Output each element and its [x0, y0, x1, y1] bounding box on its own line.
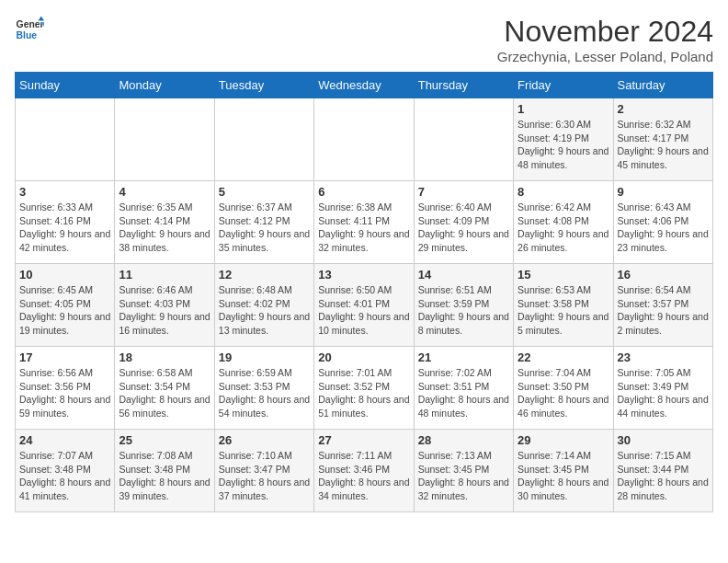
day-number: 6	[318, 185, 409, 199]
day-info: Sunrise: 6:42 AM Sunset: 4:08 PM Dayligh…	[518, 201, 609, 255]
day-number: 20	[318, 350, 409, 364]
day-info: Sunrise: 6:40 AM Sunset: 4:09 PM Dayligh…	[418, 201, 509, 255]
day-number: 26	[219, 433, 310, 447]
day-info: Sunrise: 7:14 AM Sunset: 3:45 PM Dayligh…	[518, 449, 609, 503]
calendar-cell: 18Sunrise: 6:58 AM Sunset: 3:54 PM Dayli…	[115, 347, 214, 430]
day-number: 30	[618, 433, 709, 447]
weekday-header-saturday: Saturday	[613, 73, 712, 98]
weekday-header-sunday: Sunday	[16, 73, 115, 98]
day-number: 10	[19, 268, 110, 282]
day-number: 14	[418, 268, 509, 282]
day-number: 17	[19, 350, 110, 364]
calendar-cell	[16, 98, 115, 181]
day-info: Sunrise: 7:04 AM Sunset: 3:50 PM Dayligh…	[518, 366, 609, 420]
calendar-cell: 9Sunrise: 6:43 AM Sunset: 4:06 PM Daylig…	[613, 181, 712, 264]
day-number: 13	[318, 268, 409, 282]
day-number: 23	[618, 350, 709, 364]
day-number: 29	[518, 433, 609, 447]
day-number: 16	[618, 268, 709, 282]
weekday-header-tuesday: Tuesday	[214, 73, 313, 98]
calendar-cell	[314, 98, 414, 181]
week-row-1: 1Sunrise: 6:30 AM Sunset: 4:19 PM Daylig…	[16, 98, 713, 181]
calendar-cell: 19Sunrise: 6:59 AM Sunset: 3:53 PM Dayli…	[214, 347, 313, 430]
day-info: Sunrise: 6:54 AM Sunset: 3:57 PM Dayligh…	[618, 283, 709, 338]
day-info: Sunrise: 6:50 AM Sunset: 4:01 PM Dayligh…	[318, 283, 409, 338]
calendar-cell: 26Sunrise: 7:10 AM Sunset: 3:47 PM Dayli…	[214, 430, 313, 512]
day-info: Sunrise: 6:37 AM Sunset: 4:12 PM Dayligh…	[219, 201, 310, 255]
calendar-cell: 25Sunrise: 7:08 AM Sunset: 3:48 PM Dayli…	[115, 430, 214, 512]
day-info: Sunrise: 6:59 AM Sunset: 3:53 PM Dayligh…	[219, 366, 310, 420]
calendar-cell: 1Sunrise: 6:30 AM Sunset: 4:19 PM Daylig…	[514, 98, 613, 181]
calendar-cell: 24Sunrise: 7:07 AM Sunset: 3:48 PM Dayli…	[16, 430, 115, 512]
calendar-cell: 5Sunrise: 6:37 AM Sunset: 4:12 PM Daylig…	[214, 181, 313, 264]
weekday-header-friday: Friday	[514, 73, 613, 98]
calendar-cell: 30Sunrise: 7:15 AM Sunset: 3:44 PM Dayli…	[613, 430, 712, 512]
day-info: Sunrise: 7:07 AM Sunset: 3:48 PM Dayligh…	[19, 449, 110, 503]
day-number: 5	[219, 185, 310, 199]
day-number: 2	[618, 102, 709, 116]
weekday-header-thursday: Thursday	[414, 73, 513, 98]
day-info: Sunrise: 7:01 AM Sunset: 3:52 PM Dayligh…	[318, 366, 409, 420]
week-row-2: 3Sunrise: 6:33 AM Sunset: 4:16 PM Daylig…	[16, 181, 713, 264]
month-title: November 2024	[497, 15, 713, 49]
day-info: Sunrise: 6:46 AM Sunset: 4:03 PM Dayligh…	[119, 283, 210, 338]
calendar-cell: 10Sunrise: 6:45 AM Sunset: 4:05 PM Dayli…	[16, 264, 115, 347]
calendar-cell: 3Sunrise: 6:33 AM Sunset: 4:16 PM Daylig…	[16, 181, 115, 264]
day-info: Sunrise: 6:35 AM Sunset: 4:14 PM Dayligh…	[119, 201, 210, 255]
day-number: 12	[219, 268, 310, 282]
calendar-cell: 7Sunrise: 6:40 AM Sunset: 4:09 PM Daylig…	[414, 181, 513, 264]
day-number: 28	[418, 433, 509, 447]
day-number: 19	[219, 350, 310, 364]
calendar-cell	[115, 98, 214, 181]
day-number: 8	[518, 185, 609, 199]
calendar-cell: 4Sunrise: 6:35 AM Sunset: 4:14 PM Daylig…	[115, 181, 214, 264]
calendar-cell: 29Sunrise: 7:14 AM Sunset: 3:45 PM Dayli…	[514, 430, 613, 512]
day-number: 1	[518, 102, 609, 116]
day-info: Sunrise: 6:30 AM Sunset: 4:19 PM Dayligh…	[518, 118, 609, 172]
calendar-cell: 14Sunrise: 6:51 AM Sunset: 3:59 PM Dayli…	[414, 264, 513, 347]
day-number: 25	[119, 433, 210, 447]
calendar-cell: 11Sunrise: 6:46 AM Sunset: 4:03 PM Dayli…	[115, 264, 214, 347]
calendar-cell	[414, 98, 513, 181]
calendar-cell: 28Sunrise: 7:13 AM Sunset: 3:45 PM Dayli…	[414, 430, 513, 512]
day-info: Sunrise: 7:08 AM Sunset: 3:48 PM Dayligh…	[119, 449, 210, 503]
day-info: Sunrise: 6:48 AM Sunset: 4:02 PM Dayligh…	[219, 283, 310, 338]
calendar-cell: 15Sunrise: 6:53 AM Sunset: 3:58 PM Dayli…	[514, 264, 613, 347]
title-area: November 2024 Grzechynia, Lesser Poland,…	[497, 15, 713, 64]
day-info: Sunrise: 6:33 AM Sunset: 4:16 PM Dayligh…	[19, 201, 110, 255]
calendar-cell: 12Sunrise: 6:48 AM Sunset: 4:02 PM Dayli…	[214, 264, 313, 347]
day-number: 3	[19, 185, 110, 199]
calendar-cell: 23Sunrise: 7:05 AM Sunset: 3:49 PM Dayli…	[613, 347, 712, 430]
day-number: 21	[418, 350, 509, 364]
calendar-cell: 21Sunrise: 7:02 AM Sunset: 3:51 PM Dayli…	[414, 347, 513, 430]
weekday-header-monday: Monday	[115, 73, 214, 98]
week-row-4: 17Sunrise: 6:56 AM Sunset: 3:56 PM Dayli…	[16, 347, 713, 430]
calendar-cell: 22Sunrise: 7:04 AM Sunset: 3:50 PM Dayli…	[514, 347, 613, 430]
logo: General Blue	[15, 15, 44, 44]
calendar-cell: 6Sunrise: 6:38 AM Sunset: 4:11 PM Daylig…	[314, 181, 414, 264]
calendar-cell: 2Sunrise: 6:32 AM Sunset: 4:17 PM Daylig…	[613, 98, 712, 181]
day-number: 24	[19, 433, 110, 447]
week-row-5: 24Sunrise: 7:07 AM Sunset: 3:48 PM Dayli…	[16, 430, 713, 512]
day-info: Sunrise: 7:11 AM Sunset: 3:46 PM Dayligh…	[318, 449, 409, 503]
weekday-header-row: SundayMondayTuesdayWednesdayThursdayFrid…	[16, 73, 713, 98]
calendar-table: SundayMondayTuesdayWednesdayThursdayFrid…	[15, 72, 713, 512]
calendar-cell	[214, 98, 313, 181]
day-info: Sunrise: 7:15 AM Sunset: 3:44 PM Dayligh…	[618, 449, 709, 503]
calendar-cell: 27Sunrise: 7:11 AM Sunset: 3:46 PM Dayli…	[314, 430, 414, 512]
logo-icon: General Blue	[15, 15, 44, 44]
subtitle: Grzechynia, Lesser Poland, Poland	[497, 49, 713, 64]
header: General Blue November 2024 Grzechynia, L…	[15, 15, 713, 64]
day-number: 11	[119, 268, 210, 282]
calendar-cell: 13Sunrise: 6:50 AM Sunset: 4:01 PM Dayli…	[314, 264, 414, 347]
day-info: Sunrise: 6:32 AM Sunset: 4:17 PM Dayligh…	[618, 118, 709, 172]
calendar-cell: 8Sunrise: 6:42 AM Sunset: 4:08 PM Daylig…	[514, 181, 613, 264]
day-number: 4	[119, 185, 210, 199]
day-number: 27	[318, 433, 409, 447]
day-info: Sunrise: 7:10 AM Sunset: 3:47 PM Dayligh…	[219, 449, 310, 503]
weekday-header-wednesday: Wednesday	[314, 73, 414, 98]
day-number: 9	[618, 185, 709, 199]
day-info: Sunrise: 6:45 AM Sunset: 4:05 PM Dayligh…	[19, 283, 110, 338]
calendar-cell: 17Sunrise: 6:56 AM Sunset: 3:56 PM Dayli…	[16, 347, 115, 430]
calendar-cell: 16Sunrise: 6:54 AM Sunset: 3:57 PM Dayli…	[613, 264, 712, 347]
